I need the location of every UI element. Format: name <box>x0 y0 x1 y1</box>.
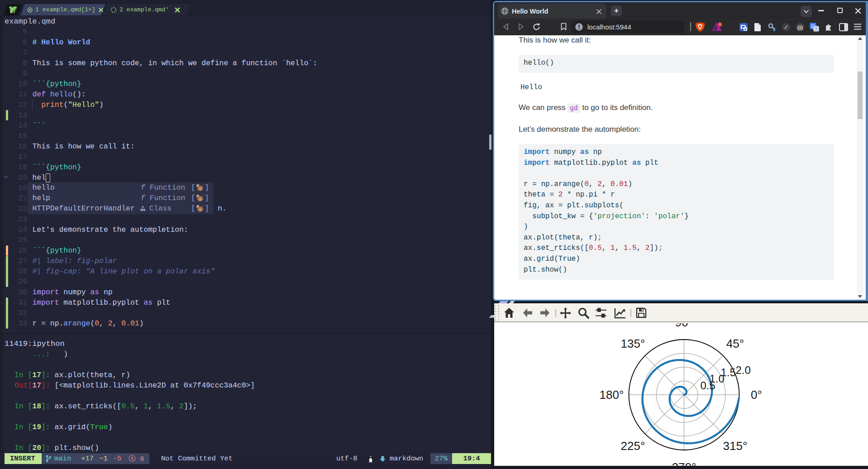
svg-text:45°: 45° <box>726 337 744 350</box>
svg-text:1.5: 1.5 <box>721 366 736 378</box>
svg-text:0°: 0° <box>751 388 762 402</box>
svg-text:(i): (i) <box>797 24 802 31</box>
svg-text:文: 文 <box>814 26 819 31</box>
svg-text:180°: 180° <box>600 388 624 402</box>
svg-text:2.0: 2.0 <box>736 364 751 376</box>
svg-text:135°: 135° <box>621 337 645 350</box>
svg-text:90°: 90° <box>675 323 693 329</box>
svg-text:225°: 225° <box>621 439 645 453</box>
svg-text:1: 1 <box>719 23 721 26</box>
svg-text:315°: 315° <box>723 439 748 453</box>
svg-text:270°: 270° <box>672 460 696 466</box>
